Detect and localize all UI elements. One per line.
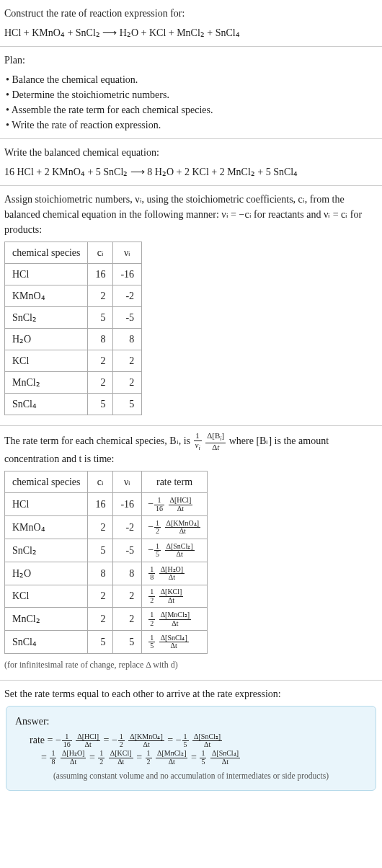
- cell-ci: 2: [88, 372, 113, 394]
- unbalanced-equation: HCl + KMnO₄ + SnCl₂ ⟶ H₂O + KCl + MnCl₂ …: [4, 25, 378, 40]
- balanced-equation: 16 HCl + 2 KMnO₄ + 5 SnCl₂ ⟶ 8 H₂O + 2 K…: [4, 164, 378, 180]
- cell-ci: 16: [88, 264, 113, 285]
- answer-box: Answer: rate = −116 Δ[HCl]Δt = −12 Δ[KMn…: [6, 706, 376, 791]
- cell-species: H₂O: [5, 562, 88, 585]
- col-ci: cᵢ: [88, 471, 113, 493]
- cell-ci: 2: [88, 350, 113, 372]
- table-row: MnCl₂2212 Δ[MnCl₂]Δt: [5, 608, 208, 631]
- cell-species: SnCl₄: [5, 394, 88, 415]
- cell-species: HCl: [5, 264, 88, 285]
- rateterm-intro: The rate term for each chemical species,…: [4, 432, 378, 466]
- table-row: SnCl₂5-5: [5, 307, 142, 329]
- cell-vi: -16: [113, 493, 142, 516]
- one-over-vi: 1νi: [194, 432, 202, 451]
- cell-ci: 8: [88, 329, 113, 350]
- rate-line-1: rate = −116 Δ[HCl]Δt = −12 Δ[KMnO₄]Δt = …: [30, 732, 367, 749]
- cell-species: KMnO₄: [5, 516, 88, 539]
- cell-ci: 5: [88, 631, 113, 654]
- table-row: SnCl₂5-5−15 Δ[SnCl₂]Δt: [5, 539, 208, 562]
- table-row: HCl16-16−116 Δ[HCl]Δt: [5, 493, 208, 516]
- cell-rate: −15 Δ[SnCl₂]Δt: [142, 539, 208, 562]
- col-species: chemical species: [5, 242, 88, 264]
- table-row: H₂O8818 Δ[H₂O]Δt: [5, 562, 208, 585]
- plan-item: • Determine the stoichiometric numbers.: [6, 87, 378, 102]
- cell-rate: 15 Δ[SnCl₄]Δt: [142, 631, 208, 654]
- cell-species: MnCl₂: [5, 608, 88, 631]
- col-rate: rate term: [142, 471, 208, 493]
- table-row: H₂O88: [5, 329, 142, 350]
- answer-note: (assuming constant volume and no accumul…: [15, 770, 367, 782]
- cell-vi: 8: [113, 562, 142, 585]
- delta-note: (for infinitesimal rate of change, repla…: [4, 658, 378, 671]
- table-row: MnCl₂22: [5, 372, 142, 394]
- cell-vi: 5: [113, 631, 142, 654]
- cell-species: SnCl₄: [5, 631, 88, 654]
- table-row: SnCl₄55: [5, 394, 142, 415]
- table-row: HCl16-16: [5, 264, 142, 285]
- cell-species: SnCl₂: [5, 307, 88, 329]
- col-vi: νᵢ: [113, 471, 142, 493]
- table-row: KCl22: [5, 350, 142, 372]
- rate-expression: rate = −116 Δ[HCl]Δt = −12 Δ[KMnO₄]Δt = …: [30, 732, 367, 766]
- cell-vi: -2: [113, 285, 142, 307]
- cell-ci: 2: [88, 585, 113, 608]
- plan-title: Plan:: [4, 53, 378, 68]
- final-section: Set the rate terms equal to each other t…: [0, 681, 382, 801]
- cell-vi: 2: [113, 585, 142, 608]
- cell-species: KCl: [5, 585, 88, 608]
- cell-rate: −12 Δ[KMnO₄]Δt: [142, 516, 208, 539]
- cell-ci: 2: [88, 285, 113, 307]
- table-row: KMnO₄2-2: [5, 285, 142, 307]
- cell-vi: 2: [113, 608, 142, 631]
- assign-section: Assign stoichiometric numbers, νᵢ, using…: [0, 186, 382, 426]
- cell-species: HCl: [5, 493, 88, 516]
- cell-ci: 8: [88, 562, 113, 585]
- col-vi: νᵢ: [113, 242, 142, 264]
- table-row: SnCl₄5515 Δ[SnCl₄]Δt: [5, 631, 208, 654]
- plan-item: • Write the rate of reaction expression.: [6, 118, 378, 133]
- cell-ci: 5: [88, 394, 113, 415]
- cell-species: KMnO₄: [5, 285, 88, 307]
- rateterm-section: The rate term for each chemical species,…: [0, 426, 382, 681]
- table-row: KCl2212 Δ[KCl]Δt: [5, 585, 208, 608]
- assign-intro: Assign stoichiometric numbers, νᵢ, using…: [4, 192, 378, 237]
- balanced-section: Write the balanced chemical equation: 16…: [0, 139, 382, 186]
- cell-vi: -5: [113, 539, 142, 562]
- cell-rate: 18 Δ[H₂O]Δt: [142, 562, 208, 585]
- cell-vi: 2: [113, 372, 142, 394]
- cell-ci: 2: [88, 608, 113, 631]
- cell-species: MnCl₂: [5, 372, 88, 394]
- construct-title: Construct the rate of reaction expressio…: [4, 6, 378, 21]
- cell-ci: 5: [88, 307, 113, 329]
- final-intro: Set the rate terms equal to each other t…: [4, 686, 378, 701]
- dbi-dt: Δ[Bi]Δt: [205, 432, 226, 451]
- plan-item: • Balance the chemical equation.: [6, 72, 378, 87]
- cell-ci: 16: [88, 493, 113, 516]
- cell-species: H₂O: [5, 329, 88, 350]
- table-row: KMnO₄2-2−12 Δ[KMnO₄]Δt: [5, 516, 208, 539]
- rate-line-2: = 18 Δ[H₂O]Δt = 12 Δ[KCl]Δt = 12 Δ[MnCl₂…: [41, 749, 367, 766]
- stoich-table: chemical species cᵢ νᵢ HCl16-16KMnO₄2-2S…: [4, 242, 142, 415]
- plan-section: Plan: • Balance the chemical equation.• …: [0, 47, 382, 139]
- cell-species: KCl: [5, 350, 88, 372]
- cell-vi: 8: [113, 329, 142, 350]
- balanced-title: Write the balanced chemical equation:: [4, 145, 378, 160]
- plan-list: • Balance the chemical equation.• Determ…: [4, 72, 378, 133]
- answer-label: Answer:: [15, 714, 367, 729]
- plan-item: • Assemble the rate term for each chemic…: [6, 102, 378, 118]
- col-ci: cᵢ: [88, 242, 113, 264]
- cell-vi: -5: [113, 307, 142, 329]
- cell-ci: 2: [88, 516, 113, 539]
- cell-vi: 2: [113, 350, 142, 372]
- rateterm-intro-a: The rate term for each chemical species,…: [4, 435, 193, 446]
- cell-rate: 12 Δ[MnCl₂]Δt: [142, 608, 208, 631]
- cell-vi: -2: [113, 516, 142, 539]
- cell-species: SnCl₂: [5, 539, 88, 562]
- cell-rate: 12 Δ[KCl]Δt: [142, 585, 208, 608]
- cell-vi: -16: [113, 264, 142, 285]
- cell-ci: 5: [88, 539, 113, 562]
- header-section: Construct the rate of reaction expressio…: [0, 0, 382, 47]
- rateterm-table: chemical species cᵢ νᵢ rate term HCl16-1…: [4, 471, 208, 653]
- cell-vi: 5: [113, 394, 142, 415]
- col-species: chemical species: [5, 471, 88, 493]
